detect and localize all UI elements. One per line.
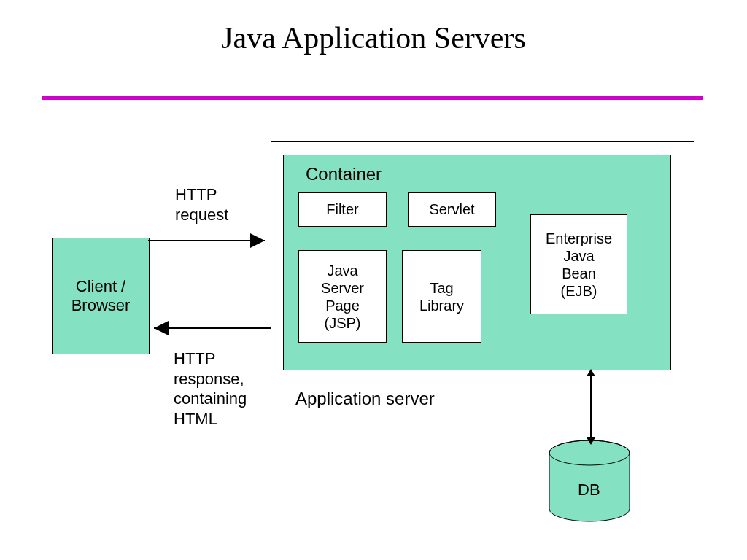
db-connection-arrow: [584, 369, 598, 446]
client-browser-box: Client / Browser: [52, 238, 150, 354]
servlet-box: Servlet: [408, 192, 496, 227]
http-response-arrow: [148, 321, 272, 335]
client-label-l2: Browser: [71, 296, 131, 315]
tag-library-box: Tag Library: [402, 250, 481, 343]
client-label-l1: Client /: [76, 277, 125, 296]
slide-title: Java Application Servers: [0, 20, 747, 55]
http-request-arrow: [148, 233, 272, 248]
jsp-box: Java Server Page (JSP): [298, 250, 387, 343]
http-response-label: HTTP response, containing HTML: [174, 349, 247, 429]
container-label: Container: [306, 163, 382, 185]
filter-box: Filter: [298, 192, 387, 227]
http-request-label: HTTP request: [175, 184, 228, 225]
title-divider: [42, 96, 703, 100]
ejb-box: Enterprise Java Bean (EJB): [530, 214, 627, 314]
application-server-label: Application server: [295, 388, 435, 410]
db-label: DB: [578, 480, 600, 500]
